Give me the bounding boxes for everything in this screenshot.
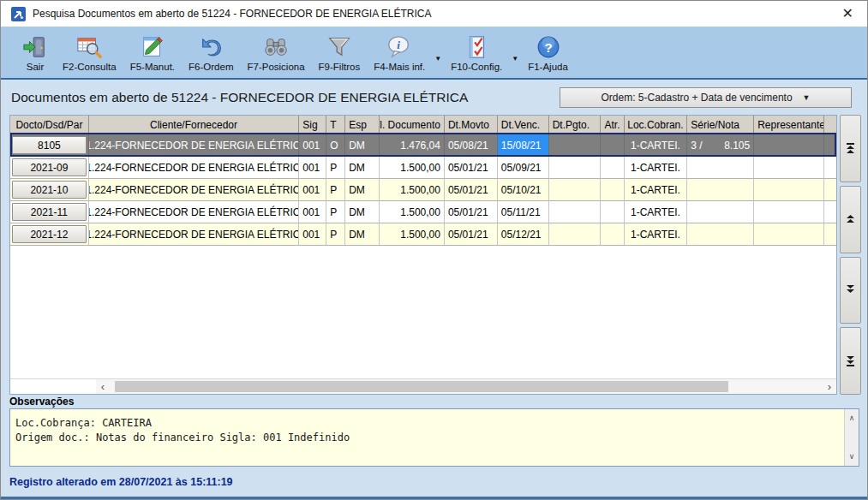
header-cell-cliente[interactable]: Cliente/Fornecedor xyxy=(89,116,299,134)
docto-button[interactable]: 2021-12 xyxy=(12,225,87,243)
hscroll-thumb[interactable] xyxy=(115,381,728,392)
header-cell-valor[interactable]: Vl. Documento xyxy=(380,116,445,134)
cell-atr[interactable] xyxy=(601,179,625,201)
cell-t[interactable]: P xyxy=(326,201,345,223)
cell-pgto[interactable] xyxy=(549,201,601,223)
order-dropdown-button[interactable]: Ordem: 5-Cadastro + Data de vencimento ▼ xyxy=(560,87,852,108)
cell-venc-cursor[interactable]: 15/08/21 xyxy=(498,134,549,157)
cell-venc[interactable]: 05/09/21 xyxy=(498,157,549,179)
toolbar-button-sair[interactable]: Sair xyxy=(15,31,56,74)
scroll-up-icon[interactable]: ∧ xyxy=(849,411,855,426)
cell-t[interactable]: P xyxy=(326,223,345,246)
toolbar-button-f10-config[interactable]: F10-Config. xyxy=(444,31,509,74)
scroll-right-icon[interactable]: › xyxy=(823,380,836,394)
config-dropdown-arrow-icon[interactable]: ▼ xyxy=(509,53,521,64)
scroll-down-icon[interactable]: ∨ xyxy=(849,449,855,464)
cell-loc[interactable]: 1-CARTEI. xyxy=(625,134,688,157)
header-cell-esp[interactable]: Esp xyxy=(345,116,380,134)
cell-pgto[interactable] xyxy=(549,134,601,157)
page-down-button[interactable] xyxy=(840,257,861,324)
cell-movto[interactable]: 05/01/21 xyxy=(445,179,498,201)
cell-sig[interactable]: 001 xyxy=(299,201,326,223)
header-cell-movto[interactable]: Dt.Movto xyxy=(445,116,498,134)
cell-movto[interactable]: 05/01/21 xyxy=(445,157,498,179)
cell-loc[interactable]: 1-CARTEI. xyxy=(625,157,688,179)
table-row[interactable]: 2021-09 51.224-FORNECEDOR DE ENERGIA ELÉ… xyxy=(10,157,836,179)
table-row[interactable]: 8105 51.224-FORNECEDOR DE ENERGIA ELÉTRI… xyxy=(10,134,836,157)
table-row[interactable]: 2021-10 51.224-FORNECEDOR DE ENERGIA ELÉ… xyxy=(10,179,836,201)
cell-serie[interactable] xyxy=(687,157,754,179)
cell-valor[interactable]: 1.476,04 xyxy=(380,134,445,157)
page-up-button[interactable] xyxy=(840,186,861,253)
cell-atr[interactable] xyxy=(601,157,625,179)
cell-pgto[interactable] xyxy=(549,223,601,246)
mais-inf-dropdown-arrow-icon[interactable]: ▼ xyxy=(432,53,444,64)
cell-t[interactable]: P xyxy=(326,157,345,179)
cell-valor[interactable]: 1.500,00 xyxy=(380,179,445,201)
close-button[interactable]: ✕ xyxy=(839,7,857,21)
cell-cliente[interactable]: 51.224-FORNECEDOR DE ENERGIA ELÉTRICA xyxy=(89,179,299,201)
header-cell-atr[interactable]: Atr. xyxy=(601,116,625,134)
header-cell-pgto[interactable]: Dt.Pgto. xyxy=(549,116,601,134)
cell-atr[interactable] xyxy=(601,223,625,246)
cell-serie[interactable] xyxy=(687,201,754,223)
cell-venc[interactable]: 05/12/21 xyxy=(498,223,549,246)
cell-atr[interactable] xyxy=(601,134,625,157)
cell-representante[interactable] xyxy=(754,223,824,246)
cell-esp[interactable]: DM xyxy=(345,223,380,246)
cell-cliente[interactable]: 51.224-FORNECEDOR DE ENERGIA ELÉTRICA xyxy=(89,157,299,179)
cell-venc[interactable]: 05/11/21 xyxy=(498,201,549,223)
docto-button[interactable]: 8105 xyxy=(12,136,87,154)
cell-esp[interactable]: DM xyxy=(345,134,380,157)
cell-loc[interactable]: 1-CARTEI. xyxy=(625,201,688,223)
header-cell-sig[interactable]: Sig xyxy=(299,116,326,134)
cell-serie[interactable] xyxy=(687,179,754,201)
cell-atr[interactable] xyxy=(601,201,625,223)
cell-movto[interactable]: 05/01/21 xyxy=(445,201,498,223)
header-cell-loc[interactable]: Loc.Cobran. xyxy=(625,116,688,134)
cell-venc[interactable]: 05/10/21 xyxy=(498,179,549,201)
cell-t[interactable]: P xyxy=(326,179,345,201)
cell-pgto[interactable] xyxy=(549,179,601,201)
cell-movto[interactable]: 05/01/21 xyxy=(445,223,498,246)
docto-button[interactable]: 2021-09 xyxy=(12,158,87,176)
scroll-left-icon[interactable]: ‹ xyxy=(96,380,110,394)
cell-valor[interactable]: 1.500,00 xyxy=(380,223,445,246)
header-cell-venc[interactable]: Dt.Venc. xyxy=(498,116,549,134)
docto-button[interactable]: 2021-11 xyxy=(12,203,87,221)
toolbar-button-f4-mais-inf[interactable]: i F4-Mais inf. xyxy=(367,31,432,74)
toolbar-button-f5-manut[interactable]: F5-Manut. xyxy=(123,31,182,74)
cell-esp[interactable]: DM xyxy=(345,157,380,179)
observations-scrollbar[interactable]: ∧ ∨ xyxy=(844,409,859,466)
docto-button[interactable]: 2021-10 xyxy=(12,181,87,199)
header-cell-representante[interactable]: Representante xyxy=(754,116,824,134)
cell-cliente[interactable]: 51.224-FORNECEDOR DE ENERGIA ELÉTRICA xyxy=(89,223,299,246)
horizontal-scrollbar[interactable]: ‹ › xyxy=(10,378,836,394)
scroll-last-button[interactable] xyxy=(840,327,861,395)
cell-cliente[interactable]: 51.224-FORNECEDOR DE ENERGIA ELÉTRICA xyxy=(89,134,299,157)
toolbar-button-f7-posiciona[interactable]: F7-Posiciona xyxy=(240,31,311,74)
cell-cliente[interactable]: 51.224-FORNECEDOR DE ENERGIA ELÉTRICA xyxy=(89,201,299,223)
header-cell-t[interactable]: T xyxy=(326,116,345,134)
toolbar-button-f2-consulta[interactable]: F2-Consulta xyxy=(56,31,123,74)
cell-representante[interactable] xyxy=(754,179,824,201)
cell-pgto[interactable] xyxy=(549,157,601,179)
cell-valor[interactable]: 1.500,00 xyxy=(380,157,445,179)
cell-representante[interactable] xyxy=(754,134,824,157)
cell-valor[interactable]: 1.500,00 xyxy=(380,201,445,223)
cell-serie[interactable]: 3 /8.105 xyxy=(687,134,754,157)
cell-sig[interactable]: 001 xyxy=(299,179,326,201)
cell-loc[interactable]: 1-CARTEI. xyxy=(625,223,688,246)
observations-textarea[interactable]: Loc.Cobrança: CARTEIRA Origem doc.: Nota… xyxy=(9,408,859,467)
table-row[interactable]: 2021-12 51.224-FORNECEDOR DE ENERGIA ELÉ… xyxy=(10,223,836,246)
cell-representante[interactable] xyxy=(754,157,824,179)
cell-representante[interactable] xyxy=(754,201,824,223)
cell-esp[interactable]: DM xyxy=(345,201,380,223)
cell-sig[interactable]: 001 xyxy=(299,157,326,179)
table-row[interactable]: 2021-11 51.224-FORNECEDOR DE ENERGIA ELÉ… xyxy=(10,201,836,223)
cell-sig[interactable]: 001 xyxy=(299,223,326,246)
toolbar-button-f1-ajuda[interactable]: ? F1-Ajuda xyxy=(521,31,575,74)
cell-loc[interactable]: 1-CARTEI. xyxy=(625,179,688,201)
cell-esp[interactable]: DM xyxy=(345,179,380,201)
toolbar-button-f6-ordem[interactable]: F6-Ordem xyxy=(182,31,240,74)
